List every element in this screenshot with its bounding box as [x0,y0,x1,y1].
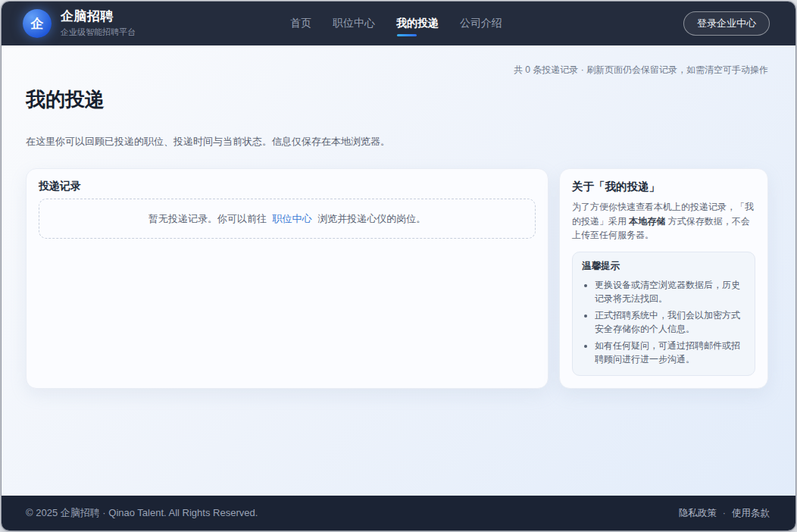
nav-item-my-applications[interactable]: 我的投递 [396,12,439,35]
records-card-title: 投递记录 [39,180,536,193]
footer-links-separator: · [723,508,726,518]
records-hint: 刷新页面仍会保留记录，如需清空可手动操作 [586,64,768,75]
page-title: 我的投递 [26,86,768,113]
records-empty-state: 暂无投递记录。你可以前往 职位中心 浏览并投递心仪的岗位。 [39,199,536,239]
footer-copyright: © 2025 企脑招聘 · Qinao Talent. All Rights R… [26,506,258,520]
cards-row: 投递记录 暂无投递记录。你可以前往 职位中心 浏览并投递心仪的岗位。 关于「我的… [26,168,768,389]
main-nav: 首页 职位中心 我的投递 公司介绍 [290,12,502,35]
main-content: 共 0 条投递记录 · 刷新页面仍会保留记录，如需清空可手动操作 我的投递 在这… [2,45,795,496]
records-meta-line: 共 0 条投递记录 · 刷新页面仍会保留记录，如需清空可手动操作 [26,64,768,77]
empty-state-suffix: 浏览并投递心仪的岗位。 [317,213,426,224]
nav-item-my-applications-label: 我的投递 [396,17,439,29]
about-card-title: 关于「我的投递」 [572,180,755,194]
login-enterprise-button[interactable]: 登录企业中心 [683,11,770,36]
brand-text: 企脑招聘 企业级智能招聘平台 [61,9,136,37]
tips-list: 更换设备或清空浏览器数据后，历史记录将无法找回。 正式招聘系统中，我们会以加密方… [582,278,745,366]
brand: 企 企脑招聘 企业级智能招聘平台 [23,9,290,38]
active-tab-indicator [397,34,417,36]
empty-state-jobs-link[interactable]: 职位中心 [273,213,312,224]
about-card-body: 为了方便你快速查看本机上的投递记录，「我的投递」采用 本地存储 方式保存数据，不… [572,200,755,243]
footer-link-privacy[interactable]: 隐私政策 [679,507,717,520]
about-card: 关于「我的投递」 为了方便你快速查看本机上的投递记录，「我的投递」采用 本地存储… [559,168,768,389]
empty-state-text: 暂无投递记录。你可以前往 职位中心 浏览并投递心仪的岗位。 [148,212,426,226]
tips-item: 正式招聘系统中，我们会以加密方式安全存储你的个人信息。 [595,308,745,336]
page-description: 在这里你可以回顾已投递的职位、投递时间与当前状态。信息仅保存在本地浏览器。 [26,135,768,149]
empty-state-prefix: 暂无投递记录。你可以前往 [148,213,267,224]
records-count: 共 0 条投递记录 [514,64,578,75]
footer-link-terms[interactable]: 使用条款 [732,507,770,520]
nav-item-jobs[interactable]: 职位中心 [333,12,375,35]
brand-tagline: 企业级智能招聘平台 [61,27,136,38]
about-body-strong: 本地存储 [629,216,665,227]
app-window: 企 企脑招聘 企业级智能招聘平台 首页 职位中心 我的投递 公司介绍 登录企业中… [2,2,795,530]
tips-title: 温馨提示 [582,260,745,273]
nav-item-company[interactable]: 公司介绍 [460,12,502,35]
brand-logo-icon: 企 [23,9,52,38]
tips-panel: 温馨提示 更换设备或清空浏览器数据后，历史记录将无法找回。 正式招聘系统中，我们… [572,252,755,376]
page-footer: © 2025 企脑招聘 · Qinao Talent. All Rights R… [2,496,795,530]
navbar-right: 登录企业中心 [502,11,770,36]
tips-item: 更换设备或清空浏览器数据后，历史记录将无法找回。 [595,278,745,305]
records-card: 投递记录 暂无投递记录。你可以前往 职位中心 浏览并投递心仪的岗位。 [26,168,549,389]
brand-name: 企脑招聘 [61,9,136,24]
footer-links: 隐私政策 · 使用条款 [679,507,770,520]
top-navbar: 企 企脑招聘 企业级智能招聘平台 首页 职位中心 我的投递 公司介绍 登录企业中… [2,2,795,45]
meta-separator: · [581,64,584,75]
tips-item: 如有任何疑问，可通过招聘邮件或招聘顾问进行进一步沟通。 [595,339,745,366]
nav-item-home[interactable]: 首页 [290,12,311,35]
